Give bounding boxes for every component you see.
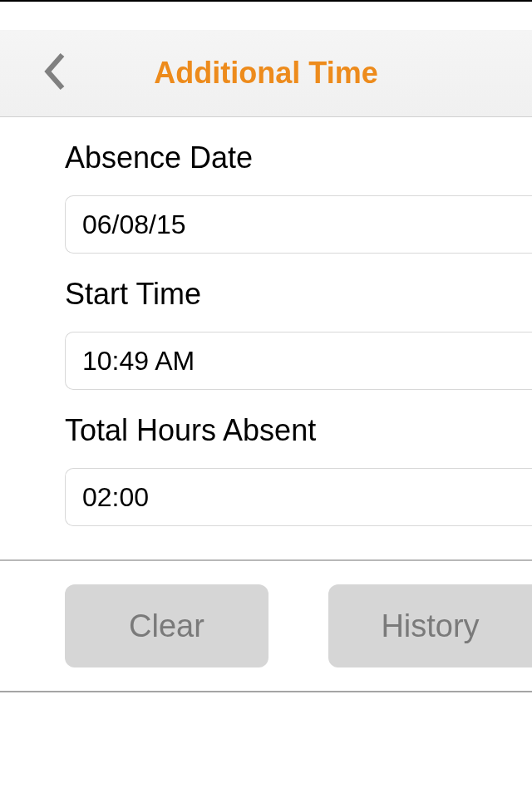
button-row: Clear History: [0, 561, 532, 691]
form-content: Absence Date Start Time Total Hours Abse…: [0, 140, 532, 526]
start-time-label: Start Time: [65, 277, 532, 312]
header-bar: Additional Time: [0, 30, 532, 117]
status-bar: [0, 0, 532, 30]
back-button[interactable]: [37, 51, 71, 96]
start-time-input[interactable]: [65, 332, 532, 390]
divider-bottom: [0, 691, 532, 692]
total-hours-label: Total Hours Absent: [65, 413, 532, 448]
absence-date-label: Absence Date: [65, 140, 532, 175]
history-button[interactable]: History: [328, 584, 532, 667]
total-hours-input[interactable]: [65, 468, 532, 526]
clear-button[interactable]: Clear: [65, 584, 268, 667]
absence-date-input[interactable]: [65, 195, 532, 254]
page-title: Additional Time: [0, 56, 532, 91]
chevron-left-icon: [37, 51, 71, 92]
